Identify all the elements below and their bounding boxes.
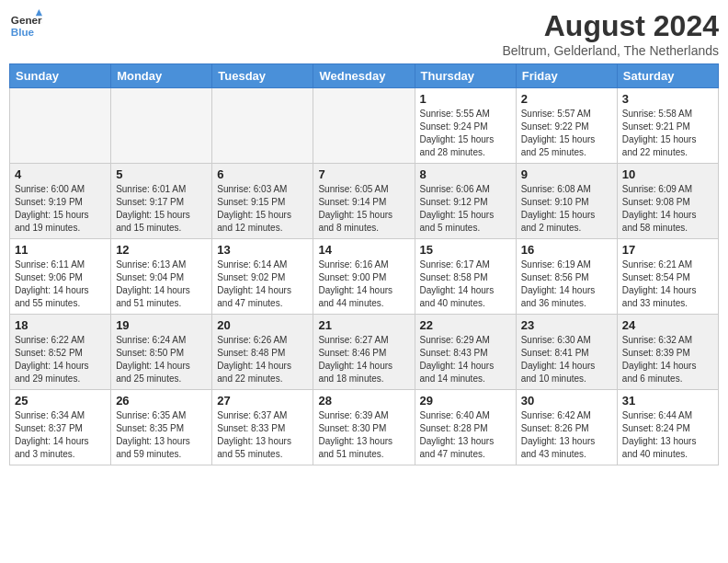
day-number: 27	[217, 394, 308, 408]
day-info: Sunrise: 6:39 AM Sunset: 8:30 PM Dayligh…	[318, 409, 409, 461]
col-thursday: Thursday	[415, 64, 516, 88]
day-info: Sunrise: 6:05 AM Sunset: 9:14 PM Dayligh…	[318, 183, 409, 235]
table-row: 10Sunrise: 6:09 AM Sunset: 9:08 PM Dayli…	[617, 164, 718, 239]
table-row: 17Sunrise: 6:21 AM Sunset: 8:54 PM Dayli…	[617, 239, 718, 315]
day-info: Sunrise: 6:37 AM Sunset: 8:33 PM Dayligh…	[217, 409, 308, 461]
day-number: 19	[116, 318, 207, 332]
day-info: Sunrise: 6:08 AM Sunset: 9:10 PM Dayligh…	[521, 183, 612, 235]
table-row	[10, 88, 111, 164]
col-monday: Monday	[111, 64, 212, 88]
col-tuesday: Tuesday	[212, 64, 313, 88]
day-number: 13	[217, 243, 308, 257]
day-number: 31	[622, 394, 713, 408]
day-number: 12	[116, 243, 207, 257]
col-friday: Friday	[516, 64, 617, 88]
day-number: 25	[15, 394, 106, 408]
page-header: General Blue August 2024 Beltrum, Gelder…	[9, 9, 719, 58]
day-number: 30	[521, 394, 612, 408]
day-number: 20	[217, 318, 308, 332]
month-year-title: August 2024	[502, 9, 719, 43]
day-number: 18	[15, 318, 106, 332]
day-info: Sunrise: 6:42 AM Sunset: 8:26 PM Dayligh…	[521, 409, 612, 461]
day-info: Sunrise: 6:21 AM Sunset: 8:54 PM Dayligh…	[622, 259, 713, 310]
table-row: 24Sunrise: 6:32 AM Sunset: 8:39 PM Dayli…	[617, 315, 718, 390]
day-info: Sunrise: 6:30 AM Sunset: 8:41 PM Dayligh…	[521, 334, 612, 385]
day-info: Sunrise: 6:19 AM Sunset: 8:56 PM Dayligh…	[521, 259, 612, 310]
day-number: 2	[521, 92, 612, 106]
day-info: Sunrise: 6:22 AM Sunset: 8:52 PM Dayligh…	[15, 334, 106, 385]
day-number: 24	[622, 318, 713, 332]
table-row: 13Sunrise: 6:14 AM Sunset: 9:02 PM Dayli…	[212, 239, 313, 315]
col-sunday: Sunday	[10, 64, 111, 88]
day-number: 16	[521, 243, 612, 257]
day-number: 5	[116, 167, 207, 181]
table-row: 2Sunrise: 5:57 AM Sunset: 9:22 PM Daylig…	[516, 88, 617, 164]
day-number: 6	[217, 167, 308, 181]
col-wednesday: Wednesday	[313, 64, 415, 88]
calendar-week-row: 11Sunrise: 6:11 AM Sunset: 9:06 PM Dayli…	[10, 239, 719, 315]
table-row: 16Sunrise: 6:19 AM Sunset: 8:56 PM Dayli…	[516, 239, 617, 315]
table-row: 11Sunrise: 6:11 AM Sunset: 9:06 PM Dayli…	[10, 239, 111, 315]
table-row: 1Sunrise: 5:55 AM Sunset: 9:24 PM Daylig…	[415, 88, 516, 164]
day-info: Sunrise: 6:34 AM Sunset: 8:37 PM Dayligh…	[15, 409, 106, 461]
day-number: 28	[318, 394, 409, 408]
table-row: 22Sunrise: 6:29 AM Sunset: 8:43 PM Dayli…	[415, 315, 516, 390]
day-number: 9	[521, 167, 612, 181]
day-info: Sunrise: 6:27 AM Sunset: 8:46 PM Dayligh…	[318, 334, 409, 385]
calendar-week-row: 4Sunrise: 6:00 AM Sunset: 9:19 PM Daylig…	[10, 164, 719, 239]
table-row: 26Sunrise: 6:35 AM Sunset: 8:35 PM Dayli…	[111, 390, 212, 465]
day-number: 26	[116, 394, 207, 408]
table-row: 14Sunrise: 6:16 AM Sunset: 9:00 PM Dayli…	[313, 239, 415, 315]
day-number: 7	[318, 167, 409, 181]
day-number: 17	[622, 243, 713, 257]
day-info: Sunrise: 5:57 AM Sunset: 9:22 PM Dayligh…	[521, 108, 612, 159]
table-row: 29Sunrise: 6:40 AM Sunset: 8:28 PM Dayli…	[415, 390, 516, 465]
day-info: Sunrise: 6:32 AM Sunset: 8:39 PM Dayligh…	[622, 334, 713, 385]
day-info: Sunrise: 6:35 AM Sunset: 8:35 PM Dayligh…	[116, 409, 207, 461]
calendar-week-row: 18Sunrise: 6:22 AM Sunset: 8:52 PM Dayli…	[10, 315, 719, 390]
title-block: August 2024 Beltrum, Gelderland, The Net…	[502, 9, 719, 58]
table-row: 21Sunrise: 6:27 AM Sunset: 8:46 PM Dayli…	[313, 315, 415, 390]
table-row	[313, 88, 415, 164]
day-info: Sunrise: 6:09 AM Sunset: 9:08 PM Dayligh…	[622, 183, 713, 235]
logo: General Blue	[9, 9, 42, 42]
day-info: Sunrise: 6:13 AM Sunset: 9:04 PM Dayligh…	[116, 259, 207, 310]
day-number: 11	[15, 243, 106, 257]
day-info: Sunrise: 6:44 AM Sunset: 8:24 PM Dayligh…	[622, 409, 713, 461]
table-row: 3Sunrise: 5:58 AM Sunset: 9:21 PM Daylig…	[617, 88, 718, 164]
table-row: 27Sunrise: 6:37 AM Sunset: 8:33 PM Dayli…	[212, 390, 313, 465]
table-row: 19Sunrise: 6:24 AM Sunset: 8:50 PM Dayli…	[111, 315, 212, 390]
day-info: Sunrise: 6:29 AM Sunset: 8:43 PM Dayligh…	[420, 334, 511, 385]
calendar-week-row: 25Sunrise: 6:34 AM Sunset: 8:37 PM Dayli…	[10, 390, 719, 465]
day-number: 14	[318, 243, 409, 257]
day-info: Sunrise: 6:03 AM Sunset: 9:15 PM Dayligh…	[217, 183, 308, 235]
day-number: 10	[622, 167, 713, 181]
day-info: Sunrise: 6:17 AM Sunset: 8:58 PM Dayligh…	[420, 259, 511, 310]
table-row: 31Sunrise: 6:44 AM Sunset: 8:24 PM Dayli…	[617, 390, 718, 465]
svg-marker-2	[36, 9, 42, 16]
day-info: Sunrise: 5:55 AM Sunset: 9:24 PM Dayligh…	[420, 108, 511, 159]
day-info: Sunrise: 6:40 AM Sunset: 8:28 PM Dayligh…	[420, 409, 511, 461]
day-number: 8	[420, 167, 511, 181]
calendar-table: Sunday Monday Tuesday Wednesday Thursday…	[9, 63, 719, 465]
day-number: 3	[622, 92, 713, 106]
day-number: 29	[420, 394, 511, 408]
day-number: 22	[420, 318, 511, 332]
table-row: 5Sunrise: 6:01 AM Sunset: 9:17 PM Daylig…	[111, 164, 212, 239]
table-row: 15Sunrise: 6:17 AM Sunset: 8:58 PM Dayli…	[415, 239, 516, 315]
table-row: 12Sunrise: 6:13 AM Sunset: 9:04 PM Dayli…	[111, 239, 212, 315]
svg-text:Blue: Blue	[11, 26, 35, 38]
location-subtitle: Beltrum, Gelderland, The Netherlands	[502, 43, 719, 58]
calendar-week-row: 1Sunrise: 5:55 AM Sunset: 9:24 PM Daylig…	[10, 88, 719, 164]
day-number: 1	[420, 92, 511, 106]
logo-icon: General Blue	[9, 9, 42, 42]
day-info: Sunrise: 6:26 AM Sunset: 8:48 PM Dayligh…	[217, 334, 308, 385]
day-number: 15	[420, 243, 511, 257]
day-info: Sunrise: 6:06 AM Sunset: 9:12 PM Dayligh…	[420, 183, 511, 235]
calendar-header-row: Sunday Monday Tuesday Wednesday Thursday…	[10, 64, 719, 88]
day-number: 4	[15, 167, 106, 181]
table-row: 18Sunrise: 6:22 AM Sunset: 8:52 PM Dayli…	[10, 315, 111, 390]
table-row: 9Sunrise: 6:08 AM Sunset: 9:10 PM Daylig…	[516, 164, 617, 239]
table-row	[212, 88, 313, 164]
day-number: 23	[521, 318, 612, 332]
